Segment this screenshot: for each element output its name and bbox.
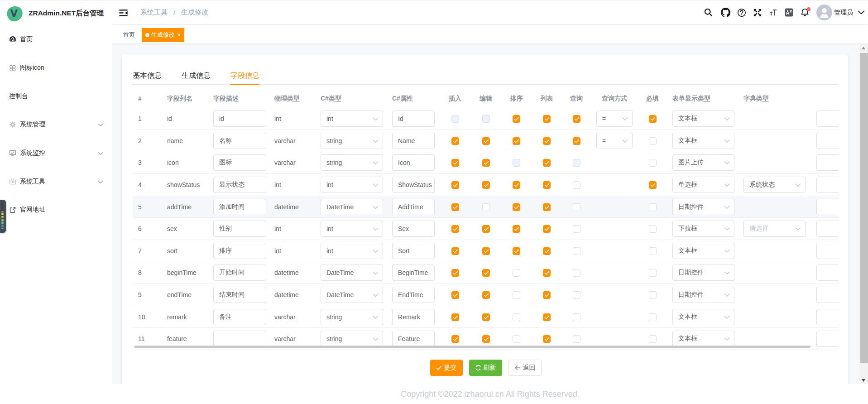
sort-checkbox[interactable] (513, 335, 520, 343)
csharp-attr-input[interactable]: EndTime (392, 287, 435, 303)
field-desc-input[interactable]: 结束时间 (213, 287, 266, 303)
field-desc-input[interactable]: 名称 (213, 133, 266, 149)
help-icon[interactable] (734, 0, 749, 25)
sort-checkbox[interactable] (513, 313, 520, 321)
remark-input[interactable] (816, 111, 839, 127)
csharp-attr-input[interactable]: Feature (392, 331, 435, 347)
query-checkbox[interactable] (573, 225, 580, 233)
query-checkbox[interactable] (573, 313, 580, 321)
sort-checkbox[interactable] (513, 159, 520, 167)
user-name[interactable]: 管理员 (834, 9, 853, 17)
text-size-icon[interactable] (765, 0, 781, 25)
query-checkbox[interactable] (573, 269, 580, 277)
sort-checkbox[interactable] (513, 291, 520, 299)
edit-checkbox[interactable] (482, 181, 490, 189)
remark-input[interactable] (816, 265, 839, 281)
form-display-select[interactable]: 文本框 (672, 331, 734, 347)
tag-close-icon[interactable]: × (177, 32, 181, 38)
horizontal-scrollbar-thumb[interactable] (134, 346, 810, 348)
sidebar-item-toolbox[interactable]: 系统工具 (0, 167, 112, 196)
form-display-select[interactable]: 日期控件 (672, 199, 734, 215)
csharp-type-select[interactable]: int (321, 243, 383, 259)
insert-checkbox[interactable] (451, 291, 459, 299)
field-desc-input[interactable]: 显示状态 (213, 177, 266, 193)
sidebar-item-external-link[interactable]: 官网地址 (0, 196, 112, 224)
sort-checkbox[interactable] (513, 225, 520, 233)
csharp-attr-input[interactable]: Id (392, 111, 435, 127)
list-checkbox[interactable] (543, 269, 551, 277)
logo-row[interactable]: V ZRAdmin.NET后台管理 (0, 0, 112, 25)
insert-checkbox[interactable] (451, 313, 459, 321)
query-checkbox[interactable] (573, 203, 580, 211)
sidebar-item-petals[interactable]: 图标icon (0, 54, 112, 82)
list-checkbox[interactable] (543, 247, 551, 255)
dict-type-select[interactable]: 系统状态 (743, 177, 806, 193)
edit-checkbox[interactable] (482, 137, 490, 145)
vertical-scrollbar[interactable] (859, 44, 868, 384)
remark-input[interactable] (816, 331, 839, 347)
breadcrumb-item[interactable]: 系统工具 (140, 8, 168, 17)
query-checkbox[interactable] (573, 137, 580, 145)
query-checkbox[interactable] (573, 247, 580, 255)
sidebar-fold-icon[interactable] (119, 9, 128, 17)
github-icon[interactable] (718, 0, 734, 25)
csharp-type-select[interactable]: string (321, 133, 383, 149)
csharp-type-select[interactable]: DateTime (321, 199, 383, 215)
list-checkbox[interactable] (543, 159, 551, 167)
required-checkbox[interactable] (649, 159, 657, 167)
csharp-attr-input[interactable]: Icon (392, 154, 435, 171)
query-checkbox[interactable] (573, 115, 580, 123)
tab-生成信息[interactable]: 生成信息 (182, 71, 211, 80)
sort-checkbox[interactable] (513, 247, 520, 255)
required-checkbox[interactable] (649, 247, 657, 255)
insert-checkbox[interactable] (451, 225, 459, 233)
submit-button[interactable]: 提交 (430, 360, 463, 376)
insert-checkbox[interactable] (451, 159, 459, 167)
query-checkbox[interactable] (573, 181, 580, 189)
csharp-attr-input[interactable]: Sex (392, 221, 435, 237)
form-display-select[interactable]: 文本框 (672, 309, 734, 325)
scrollbar-up-button[interactable] (859, 44, 867, 52)
scrollbar-down-button[interactable] (859, 376, 867, 384)
required-checkbox[interactable] (649, 225, 657, 233)
field-desc-input[interactable] (213, 331, 266, 347)
required-checkbox[interactable] (649, 203, 657, 211)
sidebar-item-控制台[interactable]: 控制台 (0, 82, 112, 111)
edit-checkbox[interactable] (482, 247, 490, 255)
field-desc-input[interactable]: 备注 (213, 309, 266, 325)
remark-input[interactable] (816, 199, 839, 215)
csharp-type-select[interactable]: string (321, 309, 383, 325)
remark-input[interactable] (816, 221, 839, 237)
required-checkbox[interactable] (649, 181, 657, 189)
sidebar-item-gear[interactable]: 系统管理 (0, 111, 112, 139)
list-checkbox[interactable] (543, 203, 551, 211)
sort-checkbox[interactable] (513, 115, 520, 123)
dict-type-select[interactable]: 请选择 (743, 221, 806, 237)
form-display-select[interactable]: 日期控件 (672, 287, 734, 303)
list-checkbox[interactable] (543, 115, 551, 123)
required-checkbox[interactable] (649, 269, 657, 277)
form-display-select[interactable]: 日期控件 (672, 265, 734, 281)
insert-checkbox[interactable] (451, 247, 459, 255)
sort-checkbox[interactable] (513, 203, 520, 211)
tag-active[interactable]: 生成修改 × (142, 28, 184, 42)
tab-字段信息[interactable]: 字段信息 (230, 71, 259, 80)
form-display-select[interactable]: 单选框 (672, 177, 734, 193)
csharp-type-select[interactable]: string (321, 331, 383, 347)
field-desc-input[interactable]: 添加时间 (213, 199, 266, 215)
refresh-button[interactable]: 刷新 (469, 360, 502, 376)
field-desc-input[interactable]: 开始时间 (213, 265, 266, 281)
csharp-type-select[interactable]: int (321, 177, 383, 193)
csharp-attr-input[interactable]: Name (392, 133, 435, 149)
sort-checkbox[interactable] (513, 269, 520, 277)
edit-checkbox[interactable] (482, 115, 490, 123)
remark-input[interactable] (816, 133, 839, 149)
bell-icon[interactable] (797, 0, 813, 25)
insert-checkbox[interactable] (451, 181, 459, 189)
form-display-select[interactable]: 文本框 (672, 111, 734, 127)
csharp-type-select[interactable]: string (321, 154, 383, 171)
remark-input[interactable] (816, 287, 839, 303)
remark-input[interactable] (816, 177, 839, 193)
csharp-type-select[interactable]: int (321, 221, 383, 237)
translate-icon[interactable] (781, 0, 797, 25)
